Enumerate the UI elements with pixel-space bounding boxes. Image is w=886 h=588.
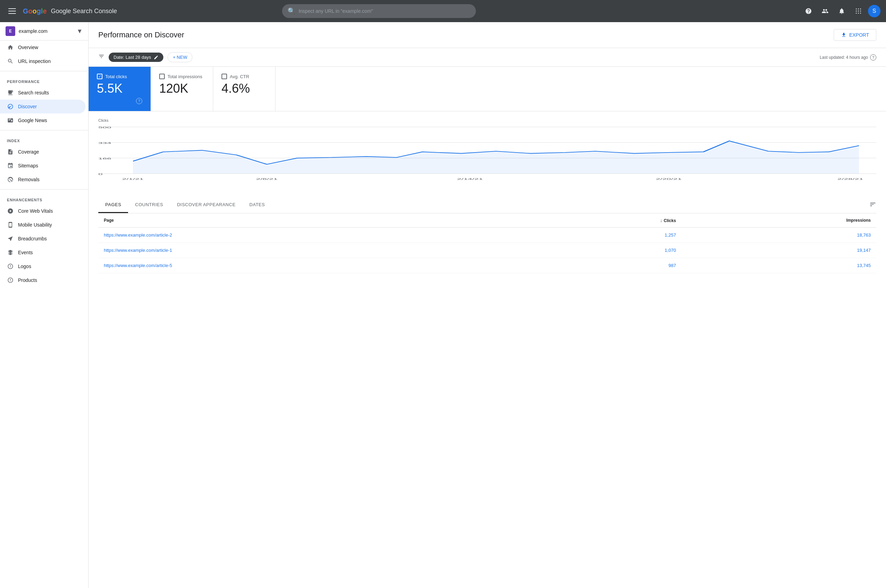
home-icon [7, 44, 14, 51]
performance-section-label: Performance [0, 74, 88, 86]
row-url: https://www.example.com/article-2 [98, 228, 533, 243]
svg-text:2/6/21: 2/6/21 [256, 177, 278, 180]
new-filter-button[interactable]: + NEW [167, 52, 193, 62]
url-search-bar[interactable]: 🔍 [282, 4, 476, 18]
index-section-label: Index [0, 133, 88, 145]
svg-text:500: 500 [98, 126, 111, 129]
breadcrumbs-icon [7, 235, 14, 242]
avg-ctr-checkbox[interactable] [221, 74, 227, 79]
table-row[interactable]: https://www.example.com/article-2 1,257 … [98, 228, 876, 243]
menu-button[interactable] [6, 6, 19, 16]
date-filter-chip[interactable]: Date: Last 28 days [109, 52, 163, 62]
sidebar-item-search-results[interactable]: Search results [0, 86, 86, 100]
sidebar-item-products[interactable]: Products [0, 273, 86, 287]
sidebar-item-mobile-usability[interactable]: Mobile Usability [0, 218, 86, 232]
svg-text:2/20/21: 2/20/21 [656, 177, 682, 180]
sidebar-item-sitemaps[interactable]: Sitemaps [0, 159, 86, 172]
top-navigation: Google Google Search Console 🔍 S [0, 0, 886, 22]
svg-text:2/14/21: 2/14/21 [457, 177, 483, 180]
sidebar-item-overview[interactable]: Overview [0, 40, 86, 54]
sidebar-item-breadcrumbs[interactable]: Breadcrumbs [0, 232, 86, 246]
user-avatar[interactable]: S [868, 5, 880, 17]
total-impressions-checkbox[interactable] [159, 74, 165, 79]
row-clicks: 1,257 [533, 228, 681, 243]
sidebar: E example.com ▼ Overview URL inspection … [0, 22, 89, 588]
events-icon [7, 249, 14, 256]
page-title: Performance on Discover [98, 30, 184, 39]
chart-area: Clicks 500 334 166 0 [89, 111, 886, 197]
coverage-icon [7, 148, 14, 155]
total-clicks-help[interactable]: ? [136, 98, 142, 104]
metric-avg-ctr[interactable]: Avg. CTR 4.6% ? [213, 67, 275, 111]
search-icon: 🔍 [287, 7, 295, 15]
app-title-text: Google Search Console [51, 8, 117, 15]
sidebar-item-logos[interactable]: Logos [0, 260, 86, 273]
core-web-vitals-label: Core Web Vitals [18, 208, 53, 214]
filter-icon[interactable] [98, 53, 105, 61]
tab-filter-area [869, 201, 876, 210]
avg-ctr-label: Avg. CTR [230, 74, 249, 79]
row-url: https://www.example.com/article-5 [98, 258, 533, 273]
svg-text:2/28/21: 2/28/21 [838, 177, 863, 180]
notifications-button[interactable] [835, 4, 848, 18]
removals-icon [7, 176, 14, 183]
events-label: Events [18, 250, 33, 255]
tab-discover-appearance[interactable]: DISCOVER APPEARANCE [170, 197, 242, 213]
url-search-input[interactable] [299, 8, 470, 14]
row-impressions: 13,745 [681, 258, 876, 273]
svg-text:334: 334 [98, 141, 111, 144]
sidebar-item-discover[interactable]: Discover [0, 100, 86, 114]
chart-y-label: Clicks [98, 118, 876, 123]
table-row[interactable]: https://www.example.com/article-1 1,070 … [98, 243, 876, 258]
help-button[interactable] [802, 4, 815, 18]
row-url: https://www.example.com/article-1 [98, 243, 533, 258]
total-impressions-help[interactable]: ? [198, 98, 205, 104]
tab-dates[interactable]: DATES [243, 197, 272, 213]
pages-table: Page ↓ Clicks Impressions https://www.ex… [98, 213, 876, 273]
sidebar-item-google-news[interactable]: Google News [0, 114, 86, 127]
export-button[interactable]: EXPORT [834, 29, 876, 41]
main-content: Performance on Discover EXPORT Date: Las… [89, 22, 886, 588]
products-label: Products [18, 278, 37, 283]
removals-label: Removals [18, 177, 39, 182]
apps-button[interactable] [851, 4, 865, 18]
metrics-row: Total clicks 5.5K ? Total impressions 12… [89, 67, 886, 111]
table-row[interactable]: https://www.example.com/article-5 987 13… [98, 258, 876, 273]
url-inspection-icon [7, 58, 14, 64]
tab-countries[interactable]: COUNTRIES [128, 197, 170, 213]
nav-icons-group: S [802, 4, 880, 18]
total-clicks-value: 5.5K [97, 81, 142, 96]
svg-text:0: 0 [98, 172, 102, 176]
enhancements-section-label: Enhancements [0, 192, 88, 204]
accounts-button[interactable] [818, 4, 832, 18]
new-filter-label: + NEW [173, 55, 187, 60]
line-chart: 500 334 166 0 2/ [98, 124, 876, 193]
col-page: Page [98, 213, 533, 228]
row-impressions: 18,763 [681, 228, 876, 243]
last-updated-text: Last updated: 4 hours ago [820, 55, 868, 60]
metric-total-clicks[interactable]: Total clicks 5.5K ? [89, 67, 151, 111]
last-updated-help[interactable]: ? [870, 54, 876, 60]
sidebar-item-coverage[interactable]: Coverage [0, 145, 86, 159]
sidebar-item-url-inspection[interactable]: URL inspection [0, 54, 86, 68]
site-icon: E [6, 26, 15, 36]
export-label: EXPORT [849, 32, 869, 38]
tabs-row: PAGES COUNTRIES DISCOVER APPEARANCE DATE… [98, 197, 876, 213]
mobile-usability-icon [7, 221, 14, 228]
site-selector[interactable]: E example.com ▼ [0, 22, 88, 40]
sidebar-item-events[interactable]: Events [0, 246, 86, 260]
google-news-icon [7, 117, 14, 124]
discover-label: Discover [18, 104, 37, 109]
tab-pages[interactable]: PAGES [98, 197, 128, 213]
metric-total-impressions[interactable]: Total impressions 120K ? [151, 67, 213, 111]
core-web-vitals-icon [7, 207, 14, 214]
row-clicks: 1,070 [533, 243, 681, 258]
total-clicks-checkbox[interactable] [97, 74, 102, 79]
sidebar-item-removals[interactable]: Removals [0, 172, 86, 186]
sitemaps-label: Sitemaps [18, 163, 38, 168]
site-name: example.com [19, 28, 73, 34]
table-filter-icon[interactable] [869, 201, 876, 210]
avg-ctr-help[interactable]: ? [260, 98, 267, 104]
sort-arrow: ↓ [660, 218, 664, 223]
sidebar-item-core-web-vitals[interactable]: Core Web Vitals [0, 204, 86, 218]
